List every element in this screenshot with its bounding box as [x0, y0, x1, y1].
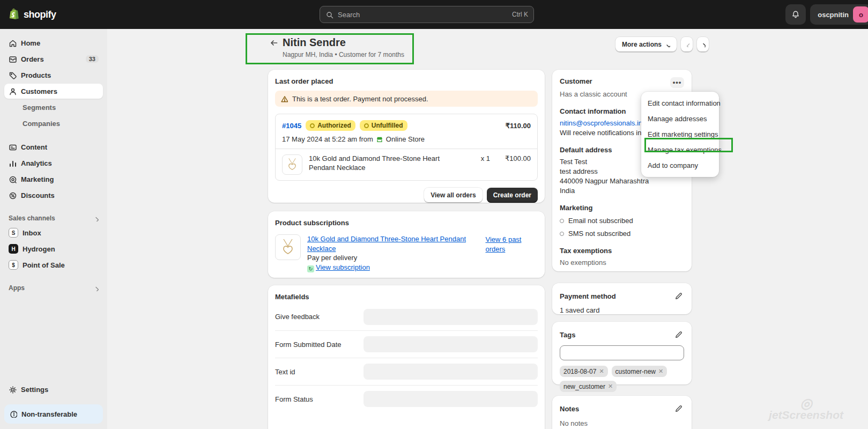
- sidebar-item-segments[interactable]: Segments: [4, 100, 103, 115]
- create-order-button[interactable]: Create order: [487, 188, 538, 203]
- metafields-title: Metafields: [275, 293, 538, 301]
- menu-item-manage-addresses[interactable]: Manage addresses: [641, 111, 719, 127]
- top-bar: shopify Ctrl K oscpnitin o: [0, 0, 868, 29]
- view-subscription-link[interactable]: View subscription: [316, 263, 370, 271]
- sidebar-section-sales-channels[interactable]: Sales channels: [4, 211, 103, 225]
- gear-icon: [9, 386, 17, 394]
- sidebar-item-analytics[interactable]: Analytics: [4, 156, 103, 171]
- notes-value: No notes: [560, 419, 684, 427]
- pencil-icon: [674, 292, 682, 299]
- tag-pill: new_customer✕: [560, 381, 617, 392]
- avatar: o: [853, 6, 868, 23]
- next-customer-button[interactable]: [697, 37, 709, 52]
- pencil-icon: [674, 404, 682, 412]
- metafield-label: Text id: [275, 368, 363, 376]
- warning-icon: [280, 95, 288, 102]
- status-ring-icon: [310, 123, 315, 128]
- last-order-card: Last order placed This is a test order. …: [268, 70, 545, 203]
- metafields-card: Metafields Give feedback Form Submitted …: [268, 285, 545, 429]
- fulfillment-status-badge: Unfulfilled: [360, 120, 407, 131]
- search-shortcut: Ctrl K: [512, 11, 528, 18]
- sidebar-item-pos[interactable]: $ Point of Sale: [4, 257, 103, 272]
- sidebar-item-customers[interactable]: Customers: [4, 84, 103, 99]
- page-subtitle: Nagpur MH, India • Customer for 7 months: [283, 51, 404, 58]
- online-store-icon: [376, 136, 383, 143]
- orders-icon: [9, 55, 17, 63]
- subscriptions-title: Product subscriptions: [275, 219, 538, 227]
- menu-item-manage-tax-exemptions[interactable]: Manage tax exemptions: [641, 142, 719, 158]
- subscription-app-icon: ↻: [307, 265, 314, 272]
- edit-tags-button[interactable]: [672, 329, 684, 341]
- chevron-right-icon: [700, 42, 706, 47]
- global-search[interactable]: Ctrl K: [320, 6, 534, 23]
- back-button[interactable]: [270, 39, 280, 49]
- orders-count-badge: 33: [86, 55, 99, 63]
- content-icon: [9, 143, 17, 151]
- notes-card: Notes No notes: [552, 396, 692, 429]
- info-icon: [10, 410, 17, 418]
- last-order-title: Last order placed: [275, 77, 538, 85]
- customer-options-button[interactable]: •••: [670, 77, 684, 88]
- customer-options-menu: Edit contact information Manage addresse…: [641, 92, 719, 177]
- subscription-billing: Pay per delivery: [307, 253, 479, 263]
- chevron-left-icon: [684, 42, 689, 47]
- discounts-icon: [9, 191, 17, 199]
- analytics-icon: [9, 159, 17, 167]
- notifications-button[interactable]: [785, 4, 806, 25]
- search-icon: [325, 11, 333, 19]
- remove-tag-icon[interactable]: ✕: [608, 383, 613, 390]
- tax-exemptions-heading: Tax exemptions: [560, 247, 684, 255]
- menu-item-edit-contact[interactable]: Edit contact information: [641, 95, 719, 111]
- marketing-icon: [9, 175, 17, 183]
- address-line: India: [560, 187, 684, 195]
- address-line: 440009 Nagpur Maharashtra: [560, 177, 684, 185]
- metafield-input-give-feedback[interactable]: [363, 309, 538, 325]
- metafield-label: Form Status: [275, 395, 363, 403]
- watermark: ◎ jetScreenshot: [769, 398, 843, 421]
- subscription-product-link[interactable]: 10k Gold and Diamond Three-Stone Heart P…: [307, 235, 466, 253]
- metafield-input-form-submitted-date[interactable]: [363, 336, 538, 352]
- sidebar-item-companies[interactable]: Companies: [4, 116, 103, 131]
- customer-card-title: Customer: [560, 77, 592, 85]
- menu-item-edit-marketing[interactable]: Edit marketing settings: [641, 127, 719, 142]
- sidebar-item-inbox[interactable]: S Inbox: [4, 225, 103, 240]
- back-arrow-icon: [270, 39, 279, 48]
- sidebar-item-home[interactable]: Home: [4, 35, 103, 50]
- sidebar-item-marketing[interactable]: Marketing: [4, 172, 103, 187]
- sidebar-item-content[interactable]: Content: [4, 139, 103, 154]
- shopify-bag-icon: [9, 8, 20, 21]
- edit-payment-button[interactable]: [672, 290, 684, 302]
- tax-exemptions-value: No exemptions: [560, 258, 684, 267]
- sidebar-item-orders[interactable]: Orders 33: [4, 51, 103, 66]
- page-title: Nitin Sendre: [283, 36, 404, 49]
- previous-customer-button[interactable]: [681, 37, 693, 52]
- metafield-input-form-status[interactable]: [363, 391, 538, 407]
- sidebar-item-products[interactable]: Products: [4, 68, 103, 83]
- status-ring-icon: [364, 123, 369, 128]
- non-transferable-banner[interactable]: Non-transferable: [4, 404, 103, 424]
- shopify-wordmark: shopify: [24, 9, 56, 20]
- product-thumbnail: [282, 154, 302, 175]
- view-past-orders-link[interactable]: View 6 past orders: [486, 235, 522, 253]
- edit-notes-button[interactable]: [672, 403, 684, 415]
- order-total: ₹110.00: [506, 122, 531, 130]
- search-input[interactable]: [338, 11, 508, 19]
- sidebar-item-settings[interactable]: Settings: [4, 382, 103, 397]
- shopify-logo[interactable]: shopify: [9, 8, 56, 21]
- hydrogen-channel-icon: H: [9, 244, 18, 254]
- user-menu[interactable]: oscpnitin o: [810, 4, 868, 25]
- sidebar-item-discounts[interactable]: Discounts: [4, 188, 103, 203]
- customer-email-link[interactable]: nitins@oscprofessionals.in: [560, 119, 642, 127]
- tags-input[interactable]: [560, 345, 684, 360]
- more-actions-button[interactable]: More actions: [615, 37, 677, 52]
- sidebar-item-hydrogen[interactable]: H Hydrogen: [4, 241, 103, 256]
- view-all-orders-button[interactable]: View all orders: [424, 188, 483, 203]
- remove-tag-icon[interactable]: ✕: [599, 368, 604, 375]
- bell-icon: [791, 10, 800, 19]
- chevron-right-icon: [93, 285, 99, 291]
- metafield-input-text-id[interactable]: [363, 364, 538, 380]
- sidebar-section-apps[interactable]: Apps: [4, 281, 103, 295]
- menu-item-add-to-company[interactable]: Add to company: [641, 158, 719, 173]
- remove-tag-icon[interactable]: ✕: [658, 368, 663, 375]
- order-number-link[interactable]: #1045: [282, 122, 301, 130]
